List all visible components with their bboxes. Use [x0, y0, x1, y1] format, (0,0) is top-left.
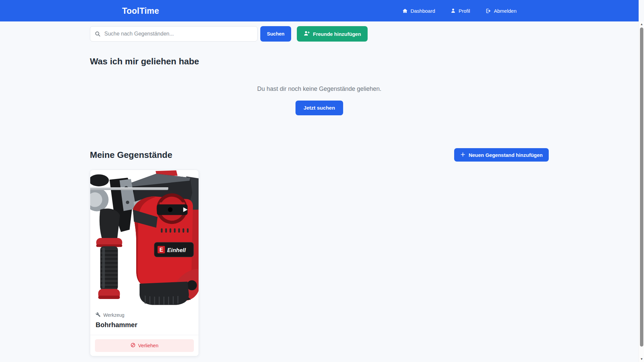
status-label: Verliehen — [138, 343, 158, 348]
main-content: Suchen Freunde hinzufügen Was ich mir ge… — [90, 21, 549, 356]
nav-item-label: Dashboard — [411, 8, 435, 14]
navbar-inner: ToolTime Dashboard Profil — [118, 0, 521, 21]
item-name: Bohrhammer — [96, 321, 193, 329]
search-field-wrap — [90, 26, 258, 42]
scroll-down-arrow[interactable]: ▼ — [639, 357, 644, 361]
rotary-hammer-illustration: TI E Einhell — [90, 170, 199, 307]
item-category-label: Werkzeug — [103, 312, 124, 318]
nav-item-label: Profil — [459, 8, 470, 14]
svg-text:E: E — [159, 247, 163, 253]
home-icon — [402, 8, 408, 14]
plus-icon — [460, 152, 466, 158]
item-card-body: Werkzeug Bohrhammer — [90, 307, 199, 335]
search-row: Suchen Freunde hinzufügen — [90, 26, 549, 42]
page: ToolTime Dashboard Profil — [0, 0, 639, 356]
search-input[interactable] — [90, 26, 258, 42]
person-plus-icon — [304, 31, 310, 37]
scroll-up-arrow[interactable]: ▲ — [639, 22, 644, 26]
nav-links: Dashboard Profil Abmelden — [402, 8, 517, 14]
item-category: Werkzeug — [96, 312, 193, 318]
add-item-button[interactable]: Neuen Gegenstand hinzufügen — [454, 148, 549, 162]
add-friends-button[interactable]: Freunde hinzufügen — [297, 26, 368, 42]
wrench-icon — [96, 312, 101, 318]
brand-logo[interactable]: ToolTime — [122, 6, 159, 16]
navbar: ToolTime Dashboard Profil — [0, 0, 639, 21]
status-badge-button[interactable]: Verliehen — [95, 339, 194, 352]
add-item-label: Neuen Gegenstand hinzufügen — [469, 152, 543, 158]
nav-item-profil[interactable]: Profil — [450, 8, 470, 14]
vertical-scrollbar[interactable]: ▲ ▼ — [639, 21, 644, 362]
item-card[interactable]: TI E Einhell — [90, 170, 199, 356]
items-section-title: Meine Gegenstände — [90, 150, 172, 160]
items-section-header: Meine Gegenstände Neuen Gegenstand hinzu… — [90, 148, 549, 162]
search-button[interactable]: Suchen — [260, 26, 291, 42]
scrollbar-thumb[interactable] — [640, 27, 643, 347]
nav-item-dashboard[interactable]: Dashboard — [402, 8, 435, 14]
item-image: TI E Einhell — [90, 170, 199, 307]
add-friends-label: Freunde hinzufügen — [313, 31, 361, 37]
borrowed-section-title: Was ich mir geliehen habe — [90, 56, 549, 67]
nav-item-label: Abmelden — [494, 8, 517, 14]
logout-icon — [485, 8, 491, 14]
search-icon — [95, 31, 101, 38]
borrowed-empty-message: Du hast dir noch keine Gegenstände gelie… — [90, 85, 549, 93]
item-card-footer: Verliehen — [90, 335, 199, 356]
search-now-button[interactable]: Jetzt suchen — [296, 101, 343, 115]
person-icon — [450, 8, 456, 13]
nav-item-abmelden[interactable]: Abmelden — [485, 8, 517, 14]
svg-text:Einhell: Einhell — [167, 247, 186, 253]
ban-circle-icon — [130, 343, 136, 349]
